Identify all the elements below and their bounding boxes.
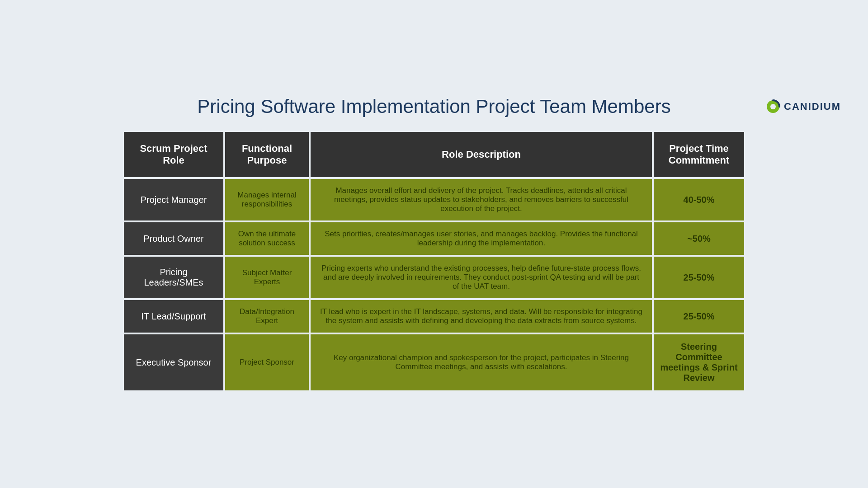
logo-area: CANIDIUM — [766, 99, 841, 114]
cell-description-4: Key organizational champion and spokespe… — [311, 334, 652, 390]
cell-role-3: IT Lead/Support — [124, 300, 223, 333]
cell-description-2: Pricing experts who understand the exist… — [311, 257, 652, 298]
cell-purpose-1: Own the ultimate solution success — [225, 222, 309, 255]
cell-time-0: 40-50% — [654, 179, 744, 221]
header-purpose: Functional Purpose — [225, 132, 309, 177]
table-row: IT Lead/SupportData/Integration ExpertIT… — [124, 300, 744, 333]
canidium-logo-icon — [766, 99, 780, 114]
table-row: Product OwnerOwn the ultimate solution s… — [124, 222, 744, 255]
svg-point-1 — [770, 104, 776, 109]
cell-time-4: Steering Committee meetings & Sprint Rev… — [654, 334, 744, 390]
table-header-row: Scrum Project Role Functional Purpose Ro… — [124, 132, 744, 177]
header-area: Pricing Software Implementation Project … — [0, 96, 868, 117]
table-row: Executive SponsorProject SponsorKey orga… — [124, 334, 744, 390]
table-row: Project ManagerManages internal responsi… — [124, 179, 744, 221]
table-container: Scrum Project Role Functional Purpose Ro… — [122, 130, 746, 392]
page-title: Pricing Software Implementation Project … — [27, 96, 841, 117]
logo-text: CANIDIUM — [784, 101, 841, 113]
cell-purpose-2: Subject Matter Experts — [225, 257, 309, 298]
header-role: Scrum Project Role — [124, 132, 223, 177]
cell-description-1: Sets priorities, creates/manages user st… — [311, 222, 652, 255]
cell-role-4: Executive Sponsor — [124, 334, 223, 390]
cell-purpose-0: Manages internal responsibilities — [225, 179, 309, 221]
main-table: Scrum Project Role Functional Purpose Ro… — [122, 130, 746, 392]
cell-role-1: Product Owner — [124, 222, 223, 255]
page-wrapper: Pricing Software Implementation Project … — [0, 0, 868, 488]
cell-time-1: ~50% — [654, 222, 744, 255]
cell-purpose-3: Data/Integration Expert — [225, 300, 309, 333]
cell-time-2: 25-50% — [654, 257, 744, 298]
cell-role-2: Pricing Leaders/SMEs — [124, 257, 223, 298]
table-row: Pricing Leaders/SMEsSubject Matter Exper… — [124, 257, 744, 298]
header-description: Role Description — [311, 132, 652, 177]
cell-description-3: IT lead who is expert in the IT landscap… — [311, 300, 652, 333]
header-time: Project Time Commitment — [654, 132, 744, 177]
cell-description-0: Manages overall effort and delivery of t… — [311, 179, 652, 221]
cell-purpose-4: Project Sponsor — [225, 334, 309, 390]
cell-time-3: 25-50% — [654, 300, 744, 333]
cell-role-0: Project Manager — [124, 179, 223, 221]
